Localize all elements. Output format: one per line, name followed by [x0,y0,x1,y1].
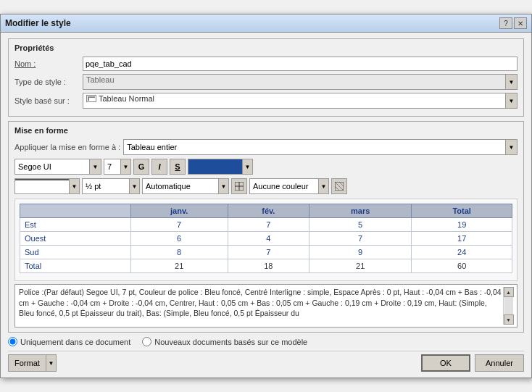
style-base-combo[interactable]: Tableau Normal ▼ [83,93,518,109]
font-name-value: Segoe UI [15,159,89,174]
font-name-combo[interactable]: Segoe UI ▼ [14,159,101,175]
style-base-text: Tableau Normal [99,94,154,103]
radio-template-input[interactable] [142,337,151,346]
ok-button[interactable]: OK [421,354,470,372]
underline-button[interactable]: S [170,159,186,175]
description-text: Police :(Par défaut) Segoe UI, 7 pt, Cou… [19,287,503,325]
appliquer-arrow[interactable]: ▼ [505,140,517,154]
border-style-value [15,179,69,193]
bold-button[interactable]: G [133,159,149,175]
proprietes-title: Propriétés [14,43,518,52]
mise-en-forme-section: Mise en forme Appliquer la mise en forme… [8,121,524,333]
radio-template-label: Nouveaux documents basés sur ce modèle [154,338,307,346]
scroll-down-button[interactable]: ▼ [504,314,514,325]
border-grid-button[interactable] [231,178,247,194]
table-row: Est77519 [20,218,512,232]
pattern-icon [335,182,344,191]
table-row: Total21182160 [20,259,512,273]
table-header-janv: janv. [130,204,228,218]
table-row: Ouest64717 [20,232,512,246]
action-buttons: OK Annuler [421,354,524,372]
svg-line-4 [335,182,344,191]
color-auto-combo[interactable]: Automatique ▼ [142,178,229,194]
radio-row: Uniquement dans ce document Nouveaux doc… [8,337,524,346]
dialog-title: Modifier le style [5,18,71,28]
row-cell: 7 [130,218,228,232]
svg-line-6 [335,186,339,191]
table-header-row: janv. fév. mars Total [20,204,512,218]
table-row: Sud87924 [20,246,512,259]
preview-table: janv. fév. mars Total Est77519Ouest64717… [20,204,512,273]
row-cell: 24 [412,246,512,259]
row-cell: 7 [228,218,309,232]
format-dropdown-button[interactable]: Format ▼ [8,354,57,372]
font-color-arrow[interactable]: ▼ [242,159,252,174]
type-style-label: Type de style : [14,78,80,86]
table-header-mars: mars [309,204,412,218]
bg-color-combo[interactable]: Aucune couleur ▼ [249,178,329,194]
border-thickness-arrow[interactable]: ▼ [129,179,139,193]
font-name-arrow[interactable]: ▼ [89,159,101,174]
row-cell: 7 [309,232,412,246]
border-thickness-combo[interactable]: ½ pt ▼ [82,178,140,194]
radio-template[interactable]: Nouveaux documents basés sur ce modèle [142,337,307,346]
type-style-value: Tableau [83,75,505,89]
scroll-track [504,297,513,314]
border-style-combo[interactable]: ▼ [14,178,80,194]
font-toolbar: Segoe UI ▼ 7 ▼ G I S ▼ [14,159,518,175]
bg-color-arrow[interactable]: ▼ [318,179,328,193]
font-color-swatch [188,159,242,174]
border-toolbar: ▼ ½ pt ▼ Automatique ▼ [14,178,518,194]
table-header-fev: fév. [228,204,309,218]
color-auto-value: Automatique [143,179,218,193]
row-cell: 4 [228,232,309,246]
nom-row: Nom : [14,57,518,71]
row-cell: 6 [130,232,228,246]
font-size-arrow[interactable]: ▼ [120,159,130,174]
style-base-arrow[interactable]: ▼ [505,93,517,108]
description-content: Police :(Par défaut) Segoe UI, 7 pt, Cou… [19,288,502,317]
scroll-up-button[interactable]: ▲ [504,287,514,297]
font-size-combo[interactable]: 7 ▼ [104,159,131,175]
help-button[interactable]: ? [499,17,512,29]
italic-button[interactable]: I [151,159,167,175]
proprietes-section: Propriétés Nom : Type de style : Tableau… [8,38,524,117]
type-style-combo[interactable]: Tableau ▼ [83,74,518,90]
row-cell: 21 [130,259,228,273]
row-label: Est [20,218,131,232]
row-cell: 19 [412,218,512,232]
table-header-empty [20,204,131,218]
row-cell: 17 [412,232,512,246]
appliquer-combo[interactable]: Tableau entier ▼ [123,139,518,155]
bottom-row: Format ▼ OK Annuler [8,351,524,372]
modify-style-dialog: Modifier le style ? ✕ Propriétés Nom : T… [0,14,532,378]
font-color-button[interactable]: ▼ [188,159,253,175]
radio-document[interactable]: Uniquement dans ce document [8,337,130,346]
row-cell: 18 [228,259,309,273]
close-button[interactable]: ✕ [514,17,527,29]
type-style-row: Type de style : Tableau ▼ [14,74,518,90]
radio-document-label: Uniquement dans ce document [20,338,130,346]
row-cell: 9 [309,246,412,259]
appliquer-row: Appliquer la mise en forme à : Tableau e… [14,139,518,155]
cancel-button[interactable]: Annuler [475,354,524,372]
style-base-label: Style basé sur : [14,96,80,105]
border-style-arrow[interactable]: ▼ [69,179,79,193]
row-cell: 7 [228,246,309,259]
nom-input[interactable] [83,57,518,71]
title-bar-buttons: ? ✕ [499,17,527,29]
grid-icon [235,182,244,191]
pattern-button[interactable] [331,178,347,194]
format-button-label: Format [9,355,46,371]
radio-document-input[interactable] [8,337,17,346]
row-cell: 5 [309,218,412,232]
mise-en-forme-title: Mise en forme [14,126,518,135]
type-style-arrow[interactable]: ▼ [505,75,517,89]
bg-color-value: Aucune couleur [250,179,318,193]
style-base-row: Style basé sur : Tableau Normal ▼ [14,93,518,109]
preview-area: janv. fév. mars Total Est77519Ouest64717… [14,199,518,281]
font-size-value: 7 [104,159,120,174]
description-box: Police :(Par défaut) Segoe UI, 7 pt, Cou… [14,284,518,328]
row-label: Sud [20,246,131,259]
color-auto-arrow[interactable]: ▼ [218,179,228,193]
